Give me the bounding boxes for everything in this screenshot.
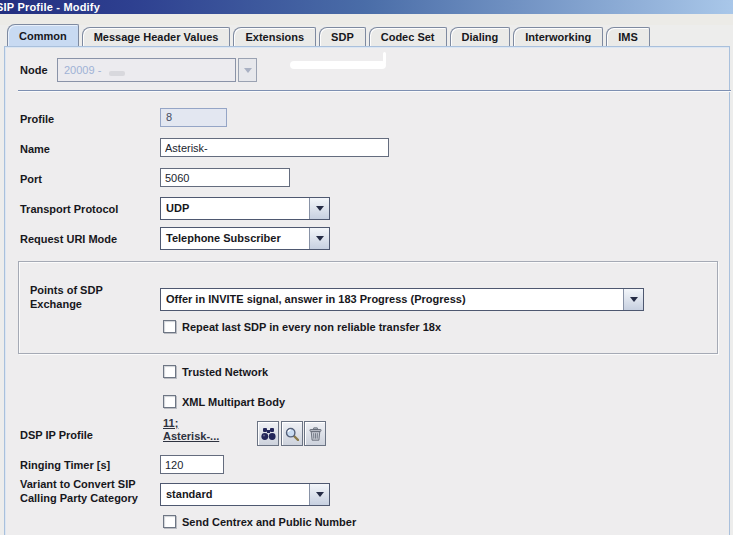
points-of-sdp-exchange-value: Offer in INVITE signal, answer in 183 Pr… xyxy=(161,289,623,310)
transport-protocol-label: Transport Protocol xyxy=(20,202,118,216)
dsp-ip-profile-delete-button[interactable] xyxy=(304,421,326,446)
tab-interworking[interactable]: Interworking xyxy=(513,27,603,46)
tab-ims[interactable]: IMS xyxy=(606,27,650,46)
repeat-last-sdp-checkbox[interactable] xyxy=(163,320,176,333)
request-uri-mode-arrow[interactable] xyxy=(309,228,329,249)
chevron-down-icon xyxy=(316,206,324,211)
tab-extensions[interactable]: Extensions xyxy=(233,27,316,46)
redaction-overlay-tick xyxy=(383,52,386,64)
dsp-ip-profile-find-button[interactable] xyxy=(257,421,279,446)
chevron-down-icon xyxy=(316,236,324,241)
dsp-ip-profile-link[interactable]: 11; Asterisk-... xyxy=(163,417,219,443)
profile-label: Profile xyxy=(20,112,54,126)
points-of-sdp-exchange-label: Points of SDP Exchange xyxy=(30,283,135,311)
node-label: Node xyxy=(20,63,48,77)
dsp-ip-profile-label: DSP IP Profile xyxy=(20,428,93,442)
trusted-network-checkbox[interactable] xyxy=(163,365,176,378)
repeat-last-sdp-checkbox-row[interactable]: Repeat last SDP in every non reliable tr… xyxy=(163,320,441,334)
dsp-ip-profile-link-line1: 11; xyxy=(163,417,219,430)
points-of-sdp-exchange-combobox[interactable]: Offer in INVITE signal, answer in 183 Pr… xyxy=(160,288,644,311)
variant-convert-cpc-combobox[interactable]: standard xyxy=(160,483,330,506)
chevron-down-icon xyxy=(316,492,324,497)
variant-convert-cpc-value: standard xyxy=(161,484,309,505)
tab-sdp[interactable]: SDP xyxy=(319,27,366,46)
dsp-ip-profile-view-button[interactable] xyxy=(281,421,303,446)
chevron-down-icon xyxy=(630,297,638,302)
node-combobox: 20009 - xyxy=(57,58,236,82)
request-uri-mode-combobox[interactable]: Telephone Subscriber xyxy=(160,227,330,250)
send-centrex-checkbox[interactable] xyxy=(163,515,176,528)
transport-protocol-arrow[interactable] xyxy=(309,198,329,219)
ringing-timer-input[interactable] xyxy=(160,455,224,474)
variant-convert-cpc-arrow[interactable] xyxy=(309,484,329,505)
xml-multipart-body-label: XML Multipart Body xyxy=(182,395,285,409)
dsp-ip-profile-link-line2: Asterisk-... xyxy=(163,430,219,443)
repeat-last-sdp-label: Repeat last SDP in every non reliable tr… xyxy=(182,320,441,334)
magnifier-icon xyxy=(285,427,299,441)
redaction-smudge xyxy=(109,71,125,76)
trusted-network-label: Trusted Network xyxy=(182,365,268,379)
transport-protocol-combobox[interactable]: UDP xyxy=(160,197,330,220)
name-label: Name xyxy=(20,142,50,156)
binoculars-icon xyxy=(261,427,276,441)
variant-convert-cpc-label: Variant to Convert SIP Calling Party Cat… xyxy=(20,477,152,505)
tab-codec-set[interactable]: Codec Set xyxy=(369,27,447,46)
profile-field: 8 xyxy=(160,108,227,127)
xml-multipart-body-checkbox-row[interactable]: XML Multipart Body xyxy=(163,395,285,409)
port-label: Port xyxy=(20,172,42,186)
request-uri-mode-label: Request URI Mode xyxy=(20,232,117,246)
window-title: SIP Profile - Modify xyxy=(0,1,100,13)
tab-message-header-values[interactable]: Message Header Values xyxy=(82,27,231,46)
trash-icon xyxy=(309,427,322,441)
window-titlebar[interactable]: SIP Profile - Modify xyxy=(0,0,733,14)
points-of-sdp-exchange-arrow[interactable] xyxy=(623,289,643,310)
name-input[interactable] xyxy=(160,138,389,157)
ringing-timer-label: Ringing Timer [s] xyxy=(20,458,110,472)
transport-protocol-value: UDP xyxy=(161,198,309,219)
section-separator xyxy=(18,90,731,92)
port-input[interactable] xyxy=(160,168,290,187)
titlebar-spacer xyxy=(0,14,733,25)
tab-common[interactable]: Common xyxy=(7,24,79,46)
tab-dialing[interactable]: Dialing xyxy=(450,27,511,46)
redaction-overlay xyxy=(290,61,386,69)
send-centrex-checkbox-row[interactable]: Send Centrex and Public Number xyxy=(163,515,356,529)
chevron-down-icon xyxy=(244,68,252,73)
xml-multipart-body-checkbox[interactable] xyxy=(163,395,176,408)
send-centrex-label: Send Centrex and Public Number xyxy=(182,515,356,529)
tab-bar: Common Message Header Values Extensions … xyxy=(7,25,653,46)
trusted-network-checkbox-row[interactable]: Trusted Network xyxy=(163,365,268,379)
node-combobox-arrow xyxy=(238,58,257,82)
request-uri-mode-value: Telephone Subscriber xyxy=(161,228,309,249)
sip-profile-modify-window: SIP Profile - Modify Common Message Head… xyxy=(0,0,733,535)
